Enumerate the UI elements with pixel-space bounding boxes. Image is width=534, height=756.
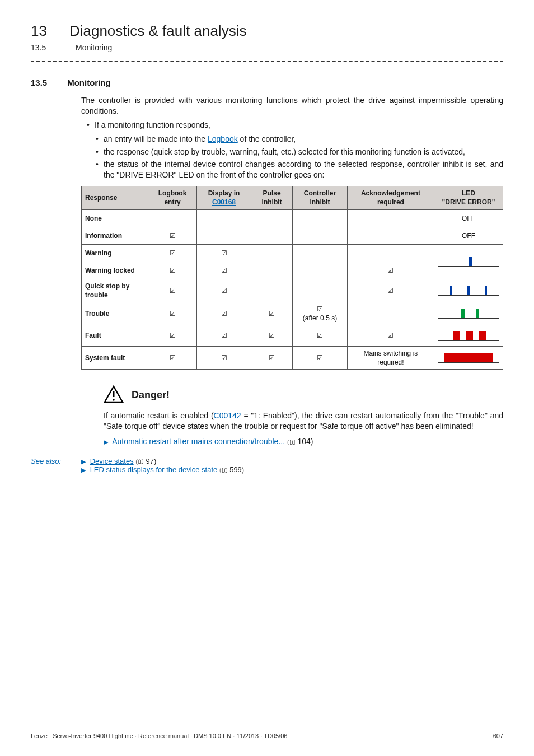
sub-bullet-status: the status of the internal device contro… [98,159,503,180]
warning-triangle-icon [104,385,124,405]
led-solid-red-icon [434,346,503,369]
table-row: Fault ☑ ☑ ☑ ☑ ☑ [82,325,503,346]
c00142-link[interactable]: C00142 [214,411,241,420]
book-icon: (🕮 [287,438,296,445]
led-single-blink-icon [434,244,503,279]
danger-paragraph: If automatic restart is enabled (C00142 … [104,410,503,432]
led-triple-blink-icon [434,279,503,302]
intro-paragraph: The controller is provided with various … [81,95,503,116]
book-icon: (🕮 [219,466,228,473]
subsection-title-top: Monitoring [76,43,112,52]
see-also-item: ▶ LED status displays for the device sta… [81,465,244,474]
table-row: System fault ☑ ☑ ☑ ☑ Mains switching is … [82,346,503,369]
th-controller: Controller inhibit [293,186,348,209]
th-logbook: Logbook entry [148,186,197,209]
arrow-icon: ▶ [104,438,108,445]
separator-dashed [31,61,503,62]
arrow-icon: ▶ [81,466,86,473]
led-cell: OFF [434,227,503,244]
led-cell: OFF [434,209,503,227]
bullet-level1: If a monitoring function responds, [89,120,503,130]
danger-crossref: ▶ Automatic restart after mains connecti… [104,436,503,447]
response-table: Response Logbook entry Display in C00168… [81,186,503,370]
th-led: LED "DRIVE ERROR" [434,186,503,209]
c00168-link[interactable]: C00168 [212,198,236,206]
led-status-link[interactable]: LED status displays for the device state [90,465,218,474]
section-number: 13.5 [31,78,47,87]
table-row: Trouble ☑ ☑ ☑ ☑ (after 0.5 s) [82,302,503,325]
th-display: Display in C00168 [196,186,251,209]
table-row: Warning ☑ ☑ [82,244,503,262]
th-pulse: Pulse inhibit [251,186,293,209]
logbook-link[interactable]: Logbook [208,134,238,143]
section-title: Monitoring [67,78,110,87]
led-double-icon [434,302,503,325]
chapter-number: 13 [31,22,47,40]
table-row: Quick stop by trouble ☑ ☑ ☑ [82,279,503,302]
th-response: Response [82,186,148,209]
footer-left: Lenze · Servo-Inverter 9400 HighLine · R… [31,732,287,739]
see-also-item: ▶ Device states (🕮 97) [81,457,244,465]
svg-point-2 [113,399,115,401]
footer-page-number: 607 [493,732,503,739]
sub-bullet-response: the response (quick stop by trouble, war… [98,147,503,157]
sub-bullet-logbook: an entry will be made into the Logbook o… [98,134,503,144]
book-icon: (🕮 [135,458,144,465]
auto-restart-link[interactable]: Automatic restart after mains connection… [112,437,285,446]
danger-title: Danger! [132,389,170,401]
device-states-link[interactable]: Device states [90,457,134,465]
arrow-icon: ▶ [81,458,86,465]
table-row: Information ☑ OFF [82,227,503,244]
th-ack: Acknowledgement required [347,186,434,209]
see-also-label: See also: [31,457,70,474]
chapter-title: Diagnostics & fault analysis [69,22,246,40]
led-triple-red-icon [434,325,503,346]
subsection-number-top: 13.5 [31,43,53,52]
table-row: None OFF [82,209,503,227]
